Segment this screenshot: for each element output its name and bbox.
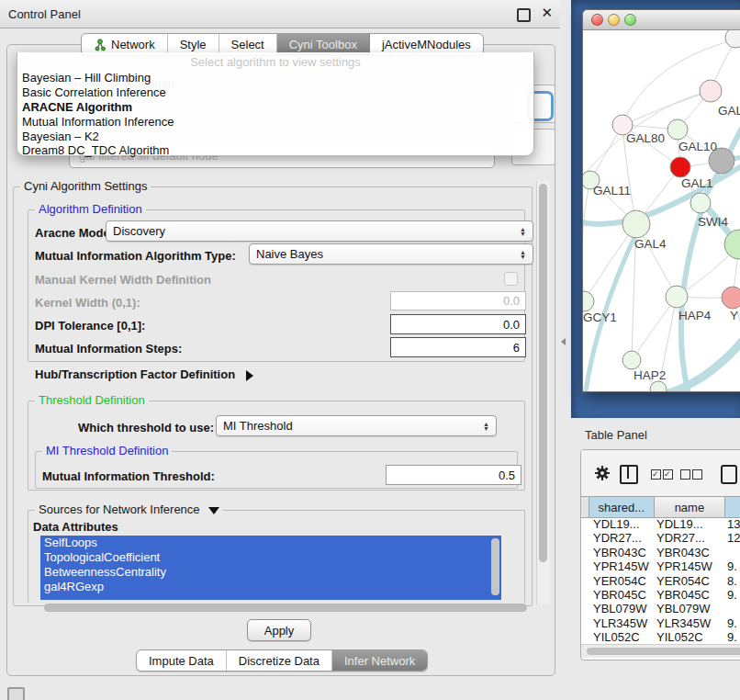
table-options-icon[interactable] [721, 465, 737, 484]
table-row[interactable]: YBL079WYBL079W [581, 602, 740, 615]
float-panel-icon[interactable] [517, 8, 531, 22]
mi-threshold-field[interactable]: 0.5 [386, 465, 521, 485]
which-threshold-combo[interactable]: MI Threshold ▲▼ [216, 415, 497, 436]
table-row[interactable]: YPR145WYPR145W9. [581, 559, 740, 573]
table-row[interactable]: YDR27...YDR27...12 [581, 531, 740, 545]
mi-threshold-label: Mutual Information Threshold: [42, 469, 215, 483]
columns-icon[interactable] [620, 465, 638, 484]
table-hscrollbar[interactable] [581, 644, 740, 658]
node-gal10[interactable] [667, 119, 688, 140]
aracne-mode-combo[interactable]: Discovery ▲▼ [106, 220, 533, 242]
network-canvas[interactable]: GAL GAL80 GAL10 GAL1 GAL11 SWI4 GAL4 GCY… [583, 30, 740, 391]
dropdown-item-mutual-information[interactable]: Mutual Information Inference [22, 115, 174, 129]
network-view-window: GAL GAL80 GAL10 GAL1 GAL11 SWI4 GAL4 GCY… [582, 9, 740, 392]
splitter-collapse-icon[interactable] [561, 338, 566, 345]
dropdown-item-aracne[interactable]: ARACNE Algorithm [22, 100, 132, 114]
dropdown-item-basic-correlation[interactable]: Basic Correlation Inference [22, 85, 166, 99]
collapse-arrow-icon [208, 507, 219, 514]
tab-select-label: Select [231, 38, 264, 51]
mi-type-combo[interactable]: Naive Bayes ▲▼ [249, 243, 533, 265]
column-header-shared[interactable]: shared... [589, 497, 655, 517]
minimized-panel-icon[interactable] [7, 687, 25, 700]
table-rows: YDL19...YDL19...13 YDR27...YDR27...12 YB… [581, 517, 740, 643]
deselect-all-checkboxes-icon[interactable] [680, 469, 702, 480]
minimize-window-icon[interactable] [608, 14, 620, 26]
gear-icon[interactable] [594, 465, 611, 481]
column-header-partial[interactable] [725, 497, 740, 517]
cell: YER054C [656, 574, 710, 588]
tab-infer-network[interactable]: Infer Network [332, 650, 427, 671]
sources-title-label: Sources for Network Inference [39, 502, 200, 516]
tab-discretize-data-label: Discretize Data [239, 654, 320, 668]
apply-button[interactable]: Apply [247, 619, 311, 641]
tab-jactivemnodules-label: jActiveMNodules [382, 38, 471, 51]
settings-hscrollbar-thumb[interactable] [44, 604, 527, 612]
dropdown-placeholder: Select algorithm to view settings [17, 55, 533, 69]
cell: YER054C [593, 574, 646, 588]
algorithm-dropdown-popup: Select algorithm to view settings Bayesi… [17, 52, 534, 156]
node[interactable] [700, 80, 722, 102]
cell: 9. [727, 616, 737, 630]
combo-arrows-icon: ▲▼ [514, 250, 526, 259]
combo-arrows-icon: ▲▼ [514, 227, 526, 236]
data-attributes-list: SelfLoops TopologicalCoefficient Between… [40, 536, 501, 600]
dropdown-item-dream8[interactable]: Dream8 DC_TDC Algorithm [22, 143, 169, 157]
node-label: Y [730, 309, 738, 322]
combo-arrows-icon: ▲▼ [477, 422, 489, 431]
attribute-item[interactable]: BetweennessCentrality [40, 565, 501, 580]
cell: YPR145W [656, 559, 712, 573]
cell: YBR045C [593, 588, 646, 602]
close-window-icon[interactable] [591, 14, 603, 26]
cell: YLR345W [593, 616, 647, 630]
node-gal1-selected[interactable] [670, 157, 690, 177]
table-row[interactable]: YDL19...YDL19...13 [581, 517, 740, 531]
dropdown-item-bayesian-k2[interactable]: Bayesian – K2 [22, 130, 99, 143]
node[interactable] [725, 30, 740, 48]
table-hscrollbar-thumb[interactable] [587, 648, 740, 655]
settings-vscrollbar-thumb[interactable] [539, 184, 547, 562]
table-panel-title: Table Panel [585, 428, 647, 442]
column-header-name[interactable]: name [655, 497, 726, 517]
table-toolbar: ✓ ✓ [581, 450, 740, 496]
control-panel-title: Control Panel [8, 7, 81, 21]
zoom-window-icon[interactable] [624, 14, 636, 26]
node-swi4[interactable] [690, 193, 711, 213]
tab-discretize-data[interactable]: Discretize Data [227, 650, 332, 671]
aracne-mode-label: Aracne Mode: [35, 226, 114, 240]
kernel-width-field: 0.0 [390, 291, 526, 310]
attribute-item[interactable]: TopologicalCoefficient [40, 550, 501, 565]
threshold-definition-title: Threshold Definition [35, 393, 149, 407]
manual-kernel-label: Manual Kernel Width Definition [35, 273, 211, 287]
bottom-tabbar: Impute Data Discretize Data Infer Networ… [136, 649, 428, 672]
node-pink[interactable] [722, 287, 740, 309]
table-row[interactable]: YBR045CYBR045C9. [581, 588, 740, 602]
cell: 9. [727, 559, 737, 573]
hub-definition-disclosure[interactable]: Hub/Transcription Factor Definition [35, 367, 253, 381]
tab-impute-data[interactable]: Impute Data [137, 650, 227, 671]
dpi-tolerance-field[interactable]: 0.0 [390, 314, 526, 334]
table-row[interactable]: YER054CYER054C8. [581, 574, 740, 588]
mi-steps-field[interactable]: 6 [390, 337, 526, 357]
manual-kernel-checkbox[interactable] [504, 272, 518, 286]
dropdown-item-bayesian-hill-climbing[interactable]: Bayesian – Hill Climbing [22, 71, 151, 85]
table-row[interactable]: YBR043CYBR043C [581, 546, 740, 559]
tab-network-label: Network [111, 38, 155, 51]
cell: YIL052C [593, 630, 640, 643]
node-label: HAP4 [678, 309, 712, 322]
attributes-scrollbar-thumb[interactable] [491, 538, 499, 595]
attribute-item[interactable]: SelfLoops [40, 536, 501, 550]
algorithm-definition-title: Algorithm Definition [35, 202, 146, 216]
select-all-checkboxes-icon[interactable]: ✓ ✓ [651, 469, 673, 480]
table-row[interactable]: YIL052CYIL052C9. [581, 630, 740, 643]
node-hap2[interactable] [622, 351, 641, 369]
cell: YBL079W [656, 602, 711, 615]
node-gcy1[interactable] [583, 291, 594, 311]
sources-group-title[interactable]: Sources for Network Inference [35, 502, 223, 516]
close-panel-icon[interactable]: ✕ [541, 5, 553, 21]
attribute-item[interactable]: gal4RGexp [40, 580, 501, 594]
node-gal4[interactable] [622, 210, 650, 238]
node-label: SWI4 [698, 215, 728, 229]
cell: YDR27... [593, 531, 642, 545]
node-hap4[interactable] [666, 286, 688, 308]
table-row[interactable]: YLR345WYLR345W9. [581, 616, 740, 630]
